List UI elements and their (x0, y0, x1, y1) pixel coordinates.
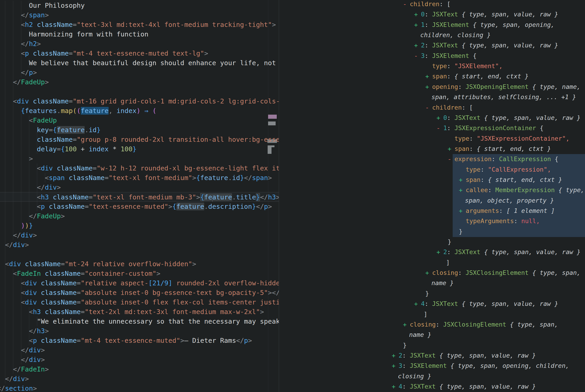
ast-row[interactable]: -children: [ (425, 102, 473, 112)
ast-row[interactable]: +4: JSXText { type, span, value, raw } (392, 381, 536, 392)
ast-inspector-panel[interactable]: -children: [+0: JSXText { type, span, va… (279, 0, 585, 392)
expand-icon[interactable]: + (425, 82, 432, 92)
ast-row[interactable]: } (448, 236, 451, 247)
code-line[interactable]: className="group p-8 rounded-2xl transit… (0, 135, 279, 144)
ast-row[interactable]: type: "CallExpression", (466, 164, 551, 174)
ast-row[interactable]: ] (424, 309, 427, 319)
ast-row[interactable]: +opening: JSXOpeningElement { type, name… (425, 82, 580, 92)
code-line[interactable]: </div> (0, 240, 279, 250)
code-line[interactable]: </FadeUp> (0, 77, 279, 87)
code-line[interactable]: </span> (0, 10, 279, 20)
ast-row[interactable]: span, attributes, selfClosing, ... +1 } (431, 92, 576, 102)
ast-row[interactable]: +span: { start, end, ctxt } (459, 174, 562, 185)
ast-row[interactable]: } (459, 226, 462, 236)
expand-icon[interactable]: + (403, 319, 410, 330)
code-line[interactable]: <h2 className="text-3xl md:text-4xl font… (0, 20, 279, 30)
code-line[interactable]: We believe that beautiful design should … (0, 58, 279, 68)
ast-row[interactable]: -1: JSXExpressionContainer { (436, 123, 543, 133)
code-line[interactable] (0, 87, 279, 96)
code-line[interactable]: <h3 className="text-2xl md:text-3xl font… (0, 307, 279, 316)
expand-icon[interactable]: + (414, 20, 421, 30)
code-line[interactable]: </h2> (0, 39, 279, 48)
ast-row[interactable]: +span: { start, end, ctxt } (448, 144, 551, 154)
code-line[interactable]: Harmonizing form with function (0, 30, 279, 39)
code-line[interactable]: <div className="absolute inset-0 flex fl… (0, 298, 279, 307)
expand-icon[interactable]: + (392, 360, 399, 371)
code-line[interactable]: Our Philosophy (0, 1, 279, 10)
ast-row[interactable]: span, object, property } (465, 195, 554, 206)
code-line[interactable]: <h3 className="text-xl font-medium mb-3"… (0, 192, 279, 202)
ast-row[interactable]: } (403, 340, 407, 350)
code-line[interactable]: </section> (0, 384, 279, 392)
code-line[interactable]: <FadeIn className="container-custom"> (0, 269, 279, 278)
code-line[interactable]: </h3> (0, 326, 279, 336)
code-line[interactable]: <FadeUp (0, 116, 279, 125)
ast-row[interactable]: name } (431, 278, 454, 288)
ast-row[interactable]: +2: JSXText { type, span, value, raw } (414, 40, 558, 50)
expand-icon[interactable]: + (436, 247, 443, 257)
expand-icon[interactable]: + (459, 206, 466, 216)
code-line[interactable]: </div> (0, 345, 279, 355)
ast-row[interactable]: } (425, 288, 429, 298)
code-line[interactable]: > (0, 154, 279, 164)
ast-row[interactable]: +3: JSXElement { type, span, opening, ch… (392, 360, 569, 371)
collapse-icon[interactable]: - (403, 0, 410, 9)
ast-row[interactable]: name } (409, 330, 431, 340)
ast-row[interactable]: +2: JSXText { type, span, value, raw } (392, 350, 536, 360)
code-line[interactable]: <p className="text-essence-muted">{featu… (0, 202, 279, 211)
ast-row[interactable]: +4: JSXText { type, span, value, raw } (414, 298, 558, 309)
code-line[interactable]: <div className="absolute inset-0 bg-esse… (0, 288, 279, 298)
expand-icon[interactable]: + (425, 71, 432, 81)
expand-icon[interactable]: + (459, 185, 466, 195)
ast-row[interactable]: +closing: JSXClosingElement { type, span… (403, 319, 558, 330)
code-line[interactable]: "We eliminate the unnecessary so that th… (0, 316, 279, 326)
code-line[interactable]: delay={100 + index * 100} (0, 144, 279, 154)
expand-icon[interactable]: + (414, 298, 421, 309)
ast-row[interactable]: +0: JSXText { type, span, value, raw } (414, 9, 558, 19)
code-line[interactable]: key={feature.id} (0, 125, 279, 135)
expand-icon[interactable]: + (448, 144, 454, 154)
collapse-icon[interactable]: - (436, 123, 443, 133)
collapse-icon[interactable]: - (414, 50, 421, 61)
code-line[interactable]: <div className="relative aspect-[21/9] r… (0, 278, 279, 288)
code-line[interactable]: </FadeUp> (0, 211, 279, 221)
code-line[interactable]: </FadeIn> (0, 364, 279, 374)
ast-row[interactable]: +closing: JSXClosingElement { type, span… (425, 268, 580, 278)
code-line[interactable]: <p className="mt-4 text-essence-muted te… (0, 48, 279, 58)
collapse-icon[interactable]: - (425, 102, 432, 112)
ast-row[interactable]: -3: JSXElement { (414, 50, 477, 61)
collapse-icon[interactable]: - (448, 154, 454, 164)
code-line[interactable]: <p className="mt-4 text-essence-muted">—… (0, 336, 279, 345)
ast-row[interactable]: +arguments: [ 1 element ] (459, 206, 555, 216)
ast-row[interactable]: +span: { start, end, ctxt } (425, 71, 529, 81)
code-line[interactable]: <div className="w-12 h-12 rounded-xl bg-… (0, 164, 279, 173)
code-line[interactable]: ))} (0, 221, 279, 230)
ast-row[interactable]: +1: JSXElement { type, span, opening, (414, 20, 554, 30)
expand-icon[interactable]: + (414, 40, 421, 50)
code-line[interactable]: {features.map((feature, index) ⇒ ( (0, 106, 279, 116)
code-line[interactable]: </p> (0, 68, 279, 77)
code-line[interactable] (0, 250, 279, 259)
ast-row[interactable]: type: "JSXExpressionContainer", (454, 133, 569, 144)
code-line[interactable]: <div className="mt-16 grid grid-cols-1 m… (0, 96, 279, 106)
ast-row[interactable]: -children: [ (403, 0, 451, 9)
expand-icon[interactable]: + (425, 268, 432, 278)
expand-icon[interactable]: + (436, 112, 443, 123)
code-line[interactable]: </div> (0, 374, 279, 384)
ast-row[interactable]: children, closing } (420, 30, 491, 40)
code-line[interactable]: </div> (0, 230, 279, 240)
code-line[interactable]: </div> (0, 355, 279, 364)
ast-row[interactable]: closing } (398, 371, 431, 381)
expand-icon[interactable]: + (392, 350, 399, 360)
ast-row[interactable]: +2: JSXText { type, span, value, raw } (436, 247, 580, 257)
ast-row[interactable]: type: "JSXElement", (432, 61, 503, 71)
ast-row[interactable]: -expression: CallExpression { (448, 154, 558, 164)
ast-row[interactable]: ] (446, 257, 450, 268)
expand-icon[interactable]: + (392, 381, 399, 392)
ast-row[interactable]: +0: JSXText { type, span, value, raw } (436, 112, 580, 123)
expand-icon[interactable]: + (459, 174, 466, 185)
ast-row[interactable]: +callee: MemberExpression { type, (459, 185, 584, 195)
code-line[interactable]: </div> (0, 182, 279, 192)
code-line[interactable]: <span className="text-xl font-medium">{f… (0, 173, 279, 182)
code-line[interactable]: <div className="mt-24 relative overflow-… (0, 259, 279, 269)
